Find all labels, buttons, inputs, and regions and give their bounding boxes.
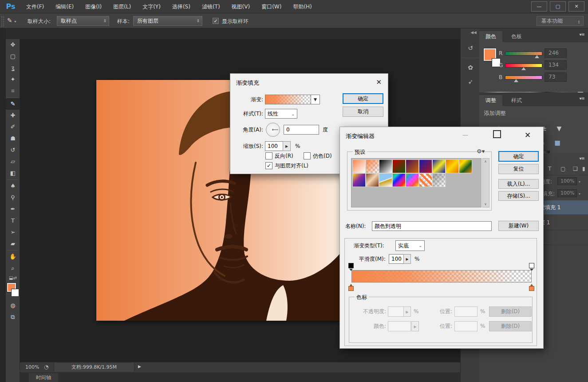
- dock-collapse-icon[interactable]: ◀◀: [470, 30, 477, 35]
- workspace-select[interactable]: 基本功能 ⇕: [537, 16, 584, 26]
- gradient-preset[interactable]: [432, 173, 446, 187]
- stop-position-input[interactable]: [454, 306, 478, 317]
- filter-smartobject-icon[interactable]: ❏: [573, 166, 578, 172]
- gradient-preview[interactable]: [265, 95, 311, 104]
- menu-item[interactable]: 滤镜(T): [196, 0, 226, 13]
- move-tool[interactable]: ✥: [6, 39, 20, 51]
- show-ring-checkbox[interactable]: ✓: [213, 18, 219, 24]
- brush-tool[interactable]: ✐: [6, 121, 20, 133]
- zoom-tool[interactable]: ⌕: [6, 263, 20, 274]
- opacity-stop-right[interactable]: [529, 263, 534, 268]
- hand-tool[interactable]: ✋: [6, 251, 20, 263]
- gradient-preset[interactable]: [392, 173, 406, 187]
- opacity-stop-left[interactable]: [348, 263, 354, 268]
- tab-color[interactable]: 颜色: [479, 31, 502, 42]
- chevron-down-icon[interactable]: ▾: [579, 180, 580, 184]
- tab-adjustments[interactable]: 调整: [479, 95, 502, 106]
- new-button[interactable]: 新建(W): [498, 221, 539, 231]
- name-input[interactable]: 颜色到透明: [372, 221, 492, 231]
- tab-styles[interactable]: 样式: [505, 95, 528, 106]
- slider-thumb[interactable]: [514, 79, 518, 82]
- channel-mixer-icon[interactable]: ▦: [551, 137, 564, 148]
- gradient-tool[interactable]: ◧: [6, 167, 20, 179]
- smoothness-input[interactable]: 100: [389, 254, 404, 264]
- window-minimize-button[interactable]: —: [531, 1, 547, 12]
- scroll-up-icon[interactable]: ∧: [484, 159, 487, 163]
- blur-tool[interactable]: ♠: [6, 180, 20, 192]
- brush-panel-icon[interactable]: ✿: [464, 62, 477, 73]
- gradient-preset[interactable]: [352, 159, 366, 173]
- tab-swatches[interactable]: 色板: [505, 31, 528, 42]
- maximize-icon[interactable]: [493, 130, 501, 138]
- window-maximize-button[interactable]: ▢: [550, 1, 566, 12]
- chevron-down-icon[interactable]: ▾: [579, 192, 580, 196]
- gradient-preset[interactable]: [366, 159, 379, 173]
- gradient-preset[interactable]: [406, 173, 419, 187]
- menu-item[interactable]: 图层(L): [107, 0, 137, 13]
- opacity-value[interactable]: 100%: [557, 177, 577, 185]
- screen-mode-icon[interactable]: ⧉: [6, 311, 20, 323]
- reverse-checkbox[interactable]: [265, 152, 272, 159]
- ok-button[interactable]: 确定: [498, 151, 539, 162]
- menu-item[interactable]: 窗口(W): [256, 0, 287, 13]
- delete-color-stop-button[interactable]: 删除(D): [489, 321, 532, 331]
- slider-track[interactable]: [505, 76, 542, 80]
- eyedropper-options-icon[interactable]: ✎ ▾: [7, 17, 20, 26]
- angle-input[interactable]: 0: [284, 125, 319, 135]
- healing-brush-tool[interactable]: ✚: [6, 110, 20, 121]
- gradient-preset[interactable]: [432, 159, 446, 173]
- lasso-tool[interactable]: ʓ: [6, 62, 20, 74]
- menu-item[interactable]: 文字(Y): [137, 0, 166, 13]
- shape-tool[interactable]: ▰: [6, 238, 20, 250]
- swap-colors-icon[interactable]: ⬓⇄: [6, 274, 20, 282]
- close-icon[interactable]: ✕: [376, 78, 382, 86]
- cancel-button[interactable]: 取消: [343, 107, 383, 117]
- stop-opacity-input[interactable]: [388, 306, 404, 317]
- ok-button[interactable]: 确定: [343, 93, 383, 104]
- gradient-preset[interactable]: [446, 159, 459, 173]
- clone-source-panel-icon[interactable]: ➶: [464, 76, 477, 87]
- menu-item[interactable]: 选择(S): [166, 0, 196, 13]
- window-close-button[interactable]: ✕: [568, 1, 584, 12]
- quick-mask-icon[interactable]: ◍: [6, 300, 20, 311]
- stop-opacity-spinner-icon[interactable]: ▶: [403, 306, 411, 317]
- panel-menu-icon[interactable]: ▾≡: [580, 32, 584, 37]
- gradient-preset[interactable]: [419, 173, 432, 187]
- quick-selection-tool[interactable]: ✦: [6, 74, 20, 85]
- gradient-preset[interactable]: [379, 173, 392, 187]
- slider-thumb[interactable]: [535, 55, 539, 58]
- gradient-preset[interactable]: [366, 173, 379, 187]
- filter-shape-icon[interactable]: ▢: [560, 166, 565, 172]
- gradient-preset[interactable]: [459, 159, 472, 173]
- scale-spinner-icon[interactable]: ▶: [283, 141, 291, 151]
- gradient-preset[interactable]: [379, 159, 392, 173]
- gradient-bar[interactable]: [351, 270, 532, 283]
- angle-dial[interactable]: [266, 123, 280, 137]
- menu-item[interactable]: 图像(I): [79, 0, 107, 13]
- gradient-type-select[interactable]: 实底 ⌄: [395, 240, 425, 251]
- crop-tool[interactable]: ⌗: [6, 85, 20, 97]
- path-selection-tool[interactable]: ➢: [6, 227, 20, 238]
- scale-input[interactable]: 100: [265, 141, 283, 151]
- presets-scrollbar[interactable]: ∧ ∨: [482, 158, 489, 207]
- marquee-tool[interactable]: ▢: [6, 51, 20, 62]
- close-icon[interactable]: ✕: [525, 131, 531, 139]
- gradient-dropdown-button[interactable]: ▼: [311, 95, 320, 104]
- dither-checkbox[interactable]: [304, 152, 311, 159]
- presets-menu-gear-icon[interactable]: ⚙▾: [477, 148, 485, 155]
- smoothness-spinner-icon[interactable]: ▶: [403, 254, 411, 264]
- menu-item[interactable]: 帮助(H): [287, 0, 317, 13]
- stop-position-input2[interactable]: [454, 321, 478, 331]
- panel-menu-icon[interactable]: ▾≡: [580, 156, 584, 161]
- color-stop-right[interactable]: [529, 286, 534, 291]
- fill-value[interactable]: 100%: [557, 189, 577, 197]
- save-button[interactable]: 存储(S)...: [498, 191, 539, 201]
- stop-color-swatch[interactable]: [388, 321, 411, 331]
- clone-stamp-tool[interactable]: ☗: [6, 133, 20, 144]
- delete-opacity-stop-button[interactable]: 删除(D): [489, 306, 532, 317]
- slider-thumb[interactable]: [521, 67, 526, 70]
- zoom-level[interactable]: 100%: [25, 364, 39, 370]
- slider-value[interactable]: 134: [545, 60, 567, 70]
- panel-menu-icon[interactable]: ▾≡: [580, 96, 584, 101]
- type-tool[interactable]: T: [6, 215, 20, 227]
